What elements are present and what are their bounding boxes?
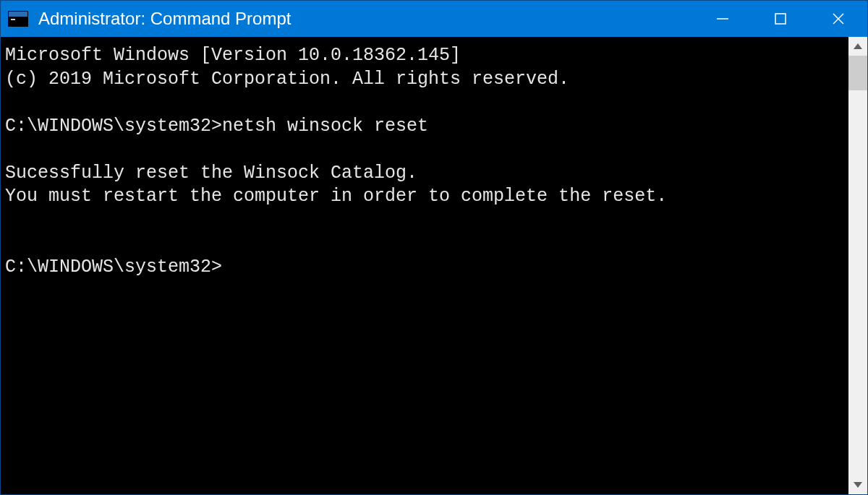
prompt-path-1: C:\WINDOWS\system32> (5, 116, 222, 137)
scroll-down-button[interactable] (848, 475, 867, 494)
minimize-button[interactable] (694, 1, 752, 37)
svg-marker-4 (854, 43, 862, 49)
minimize-icon (715, 12, 730, 26)
content-area: Microsoft Windows [Version 10.0.18362.14… (1, 37, 867, 494)
scroll-track[interactable] (848, 56, 867, 475)
window-title: Administrator: Command Prompt (38, 9, 694, 29)
svg-marker-5 (854, 482, 862, 488)
cmd-icon (8, 11, 28, 27)
close-icon (831, 12, 846, 26)
output-line-2: You must restart the computer in order t… (5, 186, 667, 207)
window-controls (694, 1, 867, 37)
titlebar[interactable]: Administrator: Command Prompt (1, 1, 867, 37)
close-button[interactable] (809, 1, 867, 37)
version-line: Microsoft Windows [Version 10.0.18362.14… (5, 45, 461, 66)
copyright-line: (c) 2019 Microsoft Corporation. All righ… (5, 69, 569, 90)
maximize-icon (774, 12, 787, 25)
scroll-up-button[interactable] (848, 37, 867, 56)
terminal-output[interactable]: Microsoft Windows [Version 10.0.18362.14… (1, 37, 848, 494)
chevron-up-icon (854, 43, 862, 49)
svg-rect-1 (775, 14, 786, 24)
command-prompt-window: Administrator: Command Prompt Microsoft (0, 0, 868, 495)
maximize-button[interactable] (752, 1, 809, 37)
command-text-1: netsh winsock reset (222, 116, 428, 137)
prompt-path-2: C:\WINDOWS\system32> (5, 257, 222, 277)
scroll-thumb[interactable] (848, 56, 867, 90)
chevron-down-icon (854, 482, 862, 488)
vertical-scrollbar[interactable] (848, 37, 867, 494)
output-line-1: Sucessfully reset the Winsock Catalog. (5, 163, 417, 184)
